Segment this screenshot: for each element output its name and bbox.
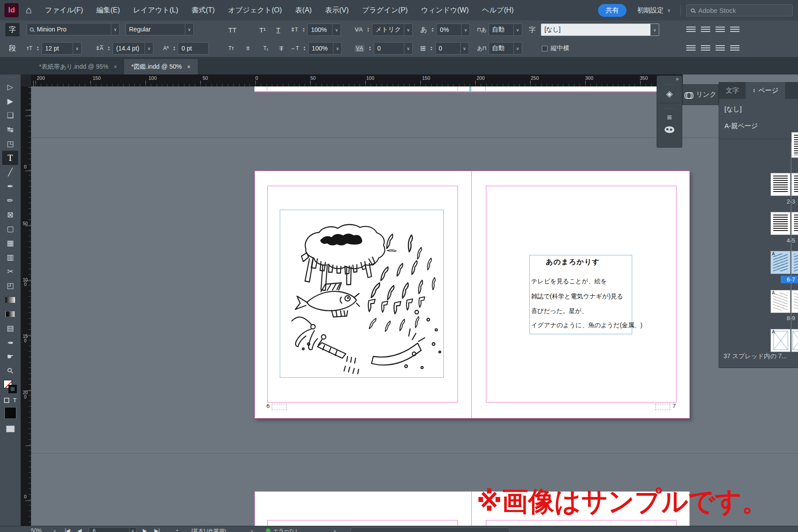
spread-6-7[interactable]: あのまろかりす テレビを見ることが、絵を 雑誌で(科学と電気ウナギが)見る 喜び… bbox=[254, 171, 690, 419]
gap-tool[interactable]: ↹ bbox=[2, 122, 18, 137]
panel-grip[interactable]: ····· bbox=[664, 107, 675, 110]
close-icon[interactable]: × bbox=[187, 63, 191, 70]
gradient-swatch-tool[interactable] bbox=[2, 293, 18, 307]
horizontal-grid-tool[interactable]: ▦ bbox=[2, 236, 18, 250]
text-frame[interactable]: あのまろかりす テレビを見ることが、絵を 雑誌で(科学と電気ウナギが)見る 喜び… bbox=[529, 255, 632, 334]
spread-label[interactable]: 8-9 bbox=[781, 315, 798, 321]
font-size-dropdown-icon[interactable] bbox=[73, 43, 81, 54]
tsume-field[interactable]: 0% bbox=[436, 23, 470, 36]
char-style-combo[interactable]: [なし] bbox=[541, 23, 659, 36]
preflight-profile[interactable]: [基本] (作業用) bbox=[192, 528, 226, 532]
kerning-field[interactable]: メトリク bbox=[372, 23, 413, 36]
last-page-button[interactable]: ▶| bbox=[154, 528, 160, 532]
leading-field[interactable]: (14.4 pt) bbox=[113, 42, 153, 55]
scissors-tool[interactable]: ✂ bbox=[2, 264, 18, 278]
horizontal-scale-field[interactable]: 100% bbox=[308, 42, 342, 55]
subscript-icon[interactable]: T₁ bbox=[263, 45, 268, 51]
zoom-dropdown-icon[interactable]: ∨ bbox=[53, 529, 56, 532]
ruler-guide[interactable] bbox=[31, 453, 798, 454]
workspace-selector[interactable]: 初期設定 bbox=[637, 6, 664, 15]
share-button[interactable]: 共有 bbox=[598, 4, 626, 17]
eyedropper-tool[interactable]: ✒ bbox=[2, 335, 18, 349]
gradient-feather-tool[interactable] bbox=[2, 307, 18, 321]
master-none-item[interactable]: [なし] bbox=[724, 105, 742, 113]
font-size-field[interactable]: 12 pt bbox=[42, 42, 82, 55]
screen-mode-button[interactable] bbox=[6, 426, 15, 432]
justify-full-icon[interactable] bbox=[730, 27, 739, 33]
all-caps-icon[interactable]: TT bbox=[228, 26, 236, 34]
next-page-button[interactable]: ▶ bbox=[143, 528, 147, 532]
horizontal-scale-dropdown-icon[interactable] bbox=[333, 43, 341, 54]
menu-window[interactable]: ウィンドウ(W) bbox=[421, 6, 469, 15]
justify-center-icon[interactable] bbox=[701, 27, 710, 33]
font-family-combo[interactable]: Minion Pro bbox=[27, 23, 120, 35]
menu-file[interactable]: ファイル(F) bbox=[45, 6, 83, 15]
content-collector-tool[interactable]: ◳ bbox=[2, 137, 18, 151]
page-thumbnail-5[interactable] bbox=[791, 212, 798, 235]
formatting-affects-container-icon[interactable] bbox=[4, 398, 9, 403]
pencil-tool[interactable]: ✏ bbox=[2, 193, 18, 207]
type-tool[interactable]: T bbox=[2, 151, 18, 165]
justify-right-icon[interactable] bbox=[716, 27, 725, 33]
adobe-stock-search[interactable]: Adobe Stock bbox=[686, 4, 793, 16]
formatting-affects-text-icon[interactable]: T bbox=[13, 397, 17, 403]
page-thumbnail-6[interactable]: A bbox=[771, 251, 790, 274]
note-tool[interactable]: ▤ bbox=[2, 321, 18, 335]
status-search-field[interactable] bbox=[350, 527, 510, 532]
small-caps-icon[interactable]: Tт bbox=[228, 45, 234, 51]
menu-plugins[interactable]: プラグイン(P) bbox=[362, 6, 407, 15]
justify-left-icon[interactable] bbox=[686, 27, 696, 33]
align-bottom-icon[interactable] bbox=[716, 45, 725, 52]
zoom-tool[interactable]: ⚲ bbox=[2, 364, 18, 378]
page-thumbnail-empty-right[interactable] bbox=[791, 329, 798, 352]
paragraph-mode-button[interactable]: 段 bbox=[5, 42, 20, 55]
page-thumbnail-8[interactable]: A bbox=[771, 290, 790, 313]
open-type-icon[interactable]: tt bbox=[246, 45, 250, 51]
baseline-shift-field[interactable]: 0 pt bbox=[178, 42, 209, 55]
selection-tool[interactable]: ▷ bbox=[2, 80, 18, 94]
direct-selection-tool[interactable]: ▶ bbox=[2, 94, 18, 108]
aki-before-dropdown-icon[interactable] bbox=[513, 24, 522, 35]
page-thumbnail-1[interactable] bbox=[791, 132, 798, 158]
master-a-item[interactable]: A-親ページ bbox=[724, 122, 758, 130]
tatechuyoko-checkbox[interactable] bbox=[542, 46, 548, 51]
font-family-dropdown-icon[interactable] bbox=[111, 23, 119, 35]
font-style-dropdown-icon[interactable] bbox=[185, 23, 193, 35]
menu-edit[interactable]: 編集(E) bbox=[96, 6, 120, 15]
color-panel-icon[interactable] bbox=[665, 126, 674, 133]
stroke-swatch[interactable] bbox=[8, 385, 17, 393]
horizontal-scale-stepper[interactable] bbox=[301, 46, 307, 51]
kerning-dropdown-icon[interactable] bbox=[404, 24, 412, 35]
char-style-dropdown-icon[interactable] bbox=[650, 24, 659, 35]
grid-jidori-field[interactable]: 0 bbox=[435, 42, 469, 55]
vertical-scale-dropdown-icon[interactable] bbox=[332, 24, 340, 35]
character-mode-button[interactable]: 字 bbox=[5, 23, 20, 36]
pen-tool[interactable]: ✒ bbox=[2, 179, 18, 193]
home-icon[interactable]: ⌂ bbox=[26, 4, 31, 16]
rectangle-tool[interactable]: ▢ bbox=[2, 222, 18, 236]
font-style-combo[interactable]: Regular bbox=[125, 23, 194, 35]
page-tool[interactable]: ❏ bbox=[2, 108, 18, 122]
stroke-panel-icon[interactable]: ≡ bbox=[667, 113, 672, 122]
tracking-dropdown-icon[interactable] bbox=[404, 43, 412, 54]
page-thumbnail-3[interactable] bbox=[791, 173, 798, 196]
ruler-corner[interactable] bbox=[21, 74, 31, 86]
menu-table[interactable]: 表(A) bbox=[295, 6, 312, 15]
page-number-field[interactable]: 6 bbox=[89, 527, 137, 532]
aki-after-field[interactable]: 自動 bbox=[489, 42, 522, 55]
page-dropdown-icon[interactable] bbox=[129, 528, 136, 532]
spread-label[interactable]: 2-3 bbox=[781, 198, 798, 205]
panel-grip[interactable]: ······ bbox=[4, 76, 17, 78]
page-thumbnail-7[interactable] bbox=[791, 251, 798, 274]
font-size-stepper[interactable] bbox=[35, 46, 41, 51]
page-thumbnail-4[interactable] bbox=[771, 212, 790, 235]
apply-color-swatch[interactable] bbox=[4, 407, 16, 419]
image-frame[interactable] bbox=[280, 210, 444, 378]
menu-layout[interactable]: レイアウト(L) bbox=[133, 6, 178, 15]
vertical-grid-tool[interactable]: ▥ bbox=[2, 250, 18, 264]
horizontal-ruler[interactable]: 200 150 100 50 0 50 100 150 200 250 300 … bbox=[21, 74, 683, 86]
preflight-status[interactable]: エラーなし bbox=[273, 528, 300, 532]
tab-character[interactable]: 文字 bbox=[719, 82, 746, 99]
menu-type[interactable]: 書式(T) bbox=[192, 6, 215, 15]
links-panel-tab[interactable]: リンク bbox=[682, 84, 719, 105]
